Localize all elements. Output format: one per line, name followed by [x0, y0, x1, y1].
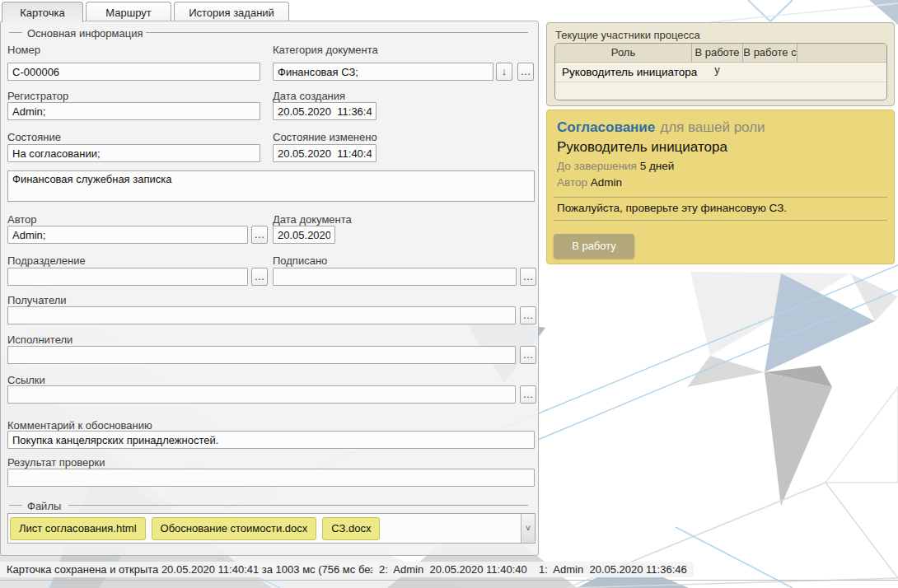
participants-title: Текущие участники процесса [555, 29, 700, 41]
category-input[interactable] [273, 63, 493, 81]
author-input[interactable] [7, 226, 248, 244]
column-role[interactable]: Роль [555, 44, 692, 62]
take-to-work-button[interactable]: В работу [554, 234, 634, 259]
file-chip[interactable]: Обоснование стоимости.docx [152, 517, 317, 540]
card-form-panel: Основная информация Номер Категория доку… [0, 21, 539, 556]
divider [554, 197, 887, 198]
file-chip[interactable]: СЗ.docx [322, 517, 380, 540]
number-input[interactable] [7, 63, 260, 81]
participants-table: Роль В работе у В работе с Руководитель … [554, 43, 887, 100]
executors-browse-button[interactable]: … [520, 346, 536, 364]
column-in-work-since[interactable]: В работе с [743, 44, 797, 62]
recipients-label: Получатели [7, 294, 67, 306]
task-title-suffix: для вашей роли [660, 119, 765, 135]
state-changed-label: Состояние изменено [273, 131, 377, 143]
task-deadline: До завершения 5 дней [557, 160, 674, 172]
signed-browse-button[interactable]: … [520, 268, 536, 286]
participants-panel: Текущие участники процесса Роль В работе… [546, 22, 895, 106]
chevron-down-icon: ˅ [526, 523, 531, 533]
comment-input[interactable] [7, 431, 535, 449]
links-browse-button[interactable]: … [520, 385, 536, 404]
state-input[interactable] [7, 144, 260, 162]
department-browse-button[interactable]: … [251, 268, 268, 286]
comment-label: Комментарий к обоснованию [7, 419, 152, 432]
groupbox-line [9, 505, 22, 506]
divider [554, 220, 887, 221]
category-label: Категория документа [273, 44, 378, 56]
ellipsis-icon: … [523, 309, 534, 321]
description-textarea[interactable]: Финансовая служебная записка [7, 170, 535, 202]
statusbar-saved: Карточка сохранена и открыта 20.05.2020 … [0, 562, 399, 577]
files-strip: Лист согласования.html Обоснование стоим… [7, 513, 536, 544]
groupbox-line [9, 32, 22, 33]
statusbar-entry-1: 1: Admin 20.05.2020 11:36:46 [532, 562, 694, 577]
author-value: Admin [591, 176, 622, 189]
groupbox-line [146, 32, 528, 33]
links-label: Ссылки [7, 374, 45, 386]
tab-route[interactable]: Маршрут [86, 2, 171, 21]
executors-input[interactable] [7, 346, 516, 364]
column-filler [797, 44, 886, 62]
recipients-input[interactable] [7, 306, 516, 324]
ellipsis-icon: … [523, 348, 534, 361]
files-group-title: Файлы [27, 500, 61, 512]
created-input[interactable] [273, 102, 377, 120]
participants-header-row: Роль В работе у В работе с [555, 44, 886, 63]
deadline-value: 5 дней [640, 160, 675, 172]
registrar-input[interactable] [7, 102, 260, 120]
arrow-down-icon: ↓ [502, 65, 507, 77]
signed-label: Подписано [273, 254, 327, 267]
deadline-label: До завершения [557, 160, 637, 172]
statusbar-entry-2: 2: Admin 20.05.2020 11:40:40 [372, 562, 534, 577]
ellipsis-icon: … [255, 228, 265, 240]
groupbox-line [68, 505, 528, 506]
links-input[interactable] [7, 385, 516, 404]
window-bottom-edge [0, 580, 898, 581]
department-input[interactable] [7, 268, 248, 286]
state-changed-input[interactable] [273, 144, 377, 162]
department-label: Подразделение [7, 254, 86, 267]
recipients-browse-button[interactable]: … [520, 306, 536, 324]
author-browse-button[interactable]: … [251, 226, 268, 244]
ellipsis-icon: … [521, 65, 531, 77]
participant-row[interactable]: Руководитель инициатора [555, 63, 886, 82]
author-label: Автор [7, 213, 37, 226]
registrar-label: Регистратор [7, 90, 68, 102]
task-card: Согласованиедля вашей роли Руководитель … [546, 110, 895, 264]
ellipsis-icon: … [523, 388, 534, 400]
executors-label: Исполнители [7, 334, 72, 346]
participant-row-empty [555, 82, 886, 100]
task-title-main: Согласование [557, 119, 655, 135]
task-message: Пожалуйста, проверьте эту финансовую СЗ. [557, 202, 787, 214]
ellipsis-icon: … [523, 270, 534, 282]
category-browse-button[interactable]: … [517, 63, 534, 81]
check-result-input[interactable] [7, 469, 535, 487]
tab-task-history[interactable]: История заданий [174, 2, 289, 21]
state-label: Состояние [7, 131, 61, 143]
number-label: Номер [7, 44, 40, 56]
task-author: Автор Admin [557, 176, 622, 189]
main-group-title: Основная информация [27, 27, 143, 40]
author-label: Автор [557, 176, 587, 189]
task-title: Согласованиедля вашей роли [557, 119, 765, 136]
check-result-label: Результат проверки [7, 456, 105, 469]
task-role: Руководитель инициатора [557, 139, 727, 156]
created-label: Дата создания [273, 90, 345, 102]
files-scroll-button[interactable]: ˅ [521, 514, 535, 543]
category-dropdown-button[interactable]: ↓ [496, 63, 512, 81]
signed-input[interactable] [273, 268, 517, 286]
ellipsis-icon: … [255, 270, 265, 282]
tab-card[interactable]: Карточка [2, 2, 83, 22]
doc-date-label: Дата документа [273, 213, 352, 226]
column-in-work-by[interactable]: В работе у [692, 44, 743, 62]
doc-date-input[interactable] [273, 226, 335, 244]
file-chip[interactable]: Лист согласования.html [10, 517, 146, 540]
